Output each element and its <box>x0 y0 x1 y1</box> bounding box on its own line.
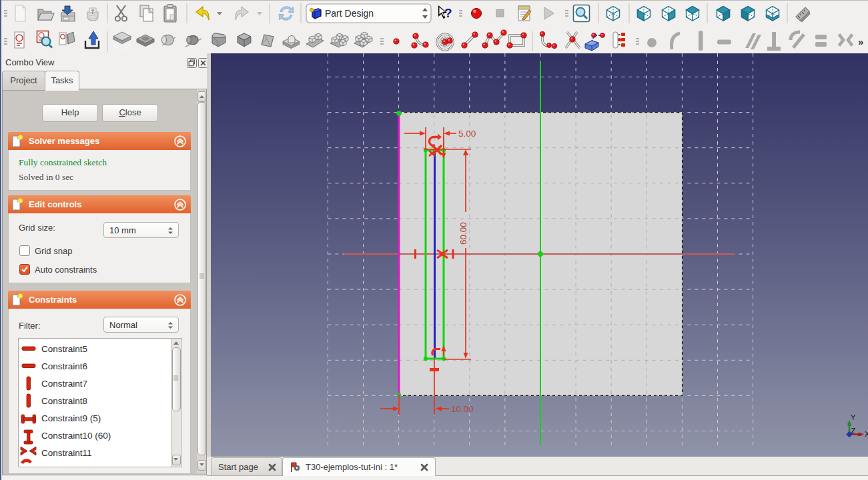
svg-text:X: X <box>865 430 868 438</box>
svg-text:5.00: 5.00 <box>458 129 476 139</box>
svg-text:»: » <box>858 36 863 47</box>
svg-text:Constraint10 (60): Constraint10 (60) <box>41 431 111 441</box>
svg-text:Y: Y <box>851 413 856 421</box>
svg-text:Constraint7: Constraint7 <box>41 379 87 389</box>
svg-text:60.00: 60.00 <box>458 222 468 245</box>
svg-text:?: ? <box>444 6 452 20</box>
svg-text:Part Design: Part Design <box>325 8 374 19</box>
svg-text:Z: Z <box>851 427 856 435</box>
svg-text:Constraint6: Constraint6 <box>41 361 87 371</box>
svg-text:Constraint5: Constraint5 <box>41 344 87 354</box>
svg-text:Constraint11: Constraint11 <box>41 448 92 458</box>
svg-text:10.00: 10.00 <box>451 404 474 414</box>
svg-text:Constraint9 (5): Constraint9 (5) <box>41 413 101 423</box>
svg-text:Constraint8: Constraint8 <box>41 396 87 406</box>
